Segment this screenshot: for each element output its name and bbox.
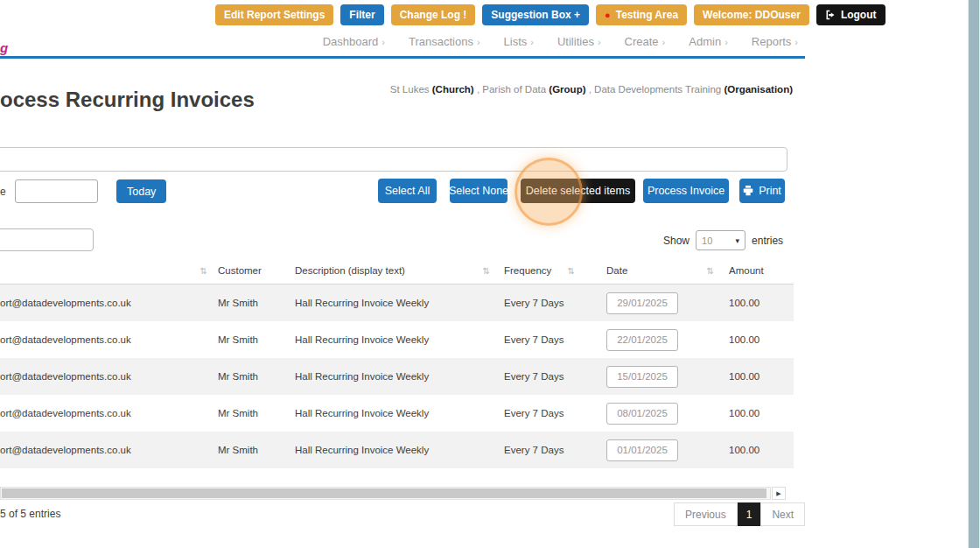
chevron-down-icon: ▾ — [736, 236, 740, 245]
search-input[interactable] — [0, 228, 94, 251]
chevron-right-icon: › — [598, 37, 601, 47]
chevron-right-icon: › — [724, 37, 728, 47]
table-row[interactable]: ort@datadevelopments.co.uk Mr Smith Hall… — [0, 432, 794, 468]
nav-item-create[interactable]: Create › — [625, 35, 666, 48]
page-1-button[interactable]: 1 — [738, 502, 761, 526]
horizontal-scrollbar-thumb[interactable] — [2, 488, 766, 498]
context-group-name: Parish of Data — [482, 84, 546, 95]
pagination: Previous 1 Next — [674, 502, 805, 526]
testing-area-button[interactable]: ● Testing Area — [596, 4, 687, 25]
date-input[interactable] — [606, 366, 678, 388]
date-cell — [606, 292, 729, 314]
table-row[interactable]: ort@datadevelopments.co.uk Mr Smith Hall… — [0, 285, 794, 321]
nav-label: Transactions — [409, 35, 473, 48]
description-cell: Hall Recurring Invoice Weekly — [295, 334, 504, 345]
nav-item-admin[interactable]: Admin › — [689, 35, 728, 48]
today-button[interactable]: Today — [116, 179, 166, 203]
select-none-button[interactable]: Select None — [450, 179, 508, 203]
column-header-email[interactable]: ⇅ — [0, 266, 218, 276]
column-label: Description (display text) — [295, 265, 405, 276]
email-cell: ort@datadevelopments.co.uk — [0, 371, 218, 382]
context-church-name: St Lukes — [390, 84, 430, 95]
description-cell: Hall Recurring Invoice Weekly — [295, 371, 504, 382]
vertical-scrollbar-thumb[interactable] — [969, 0, 979, 548]
amount-cell: 100.00 — [729, 371, 794, 382]
nav-label: Lists — [504, 35, 528, 48]
customer-cell: Mr Smith — [218, 408, 295, 418]
chevron-right-icon: › — [794, 37, 798, 47]
suggestion-box-button[interactable]: Suggestion Box + — [482, 4, 589, 25]
nav-item-lists[interactable]: Lists › — [504, 35, 534, 48]
entries-info: 5 of 5 entries — [0, 508, 60, 520]
amount-cell: 100.00 — [729, 334, 794, 345]
vertical-scrollbar[interactable] — [968, 0, 980, 548]
customer-cell: Mr Smith — [218, 371, 295, 382]
customer-cell: Mr Smith — [218, 334, 295, 345]
date-cell — [606, 403, 729, 425]
nav-item-reports[interactable]: Reports › — [752, 35, 798, 48]
email-cell: ort@datadevelopments.co.uk — [0, 445, 218, 455]
recurring-invoices-table: ⇅ Customer Description (display text) ⇅ … — [0, 257, 794, 468]
delete-selected-items-button[interactable]: Delete selected items — [521, 179, 635, 203]
chevron-right-icon: › — [382, 37, 385, 47]
table-row[interactable]: ort@datadevelopments.co.uk Mr Smith Hall… — [0, 358, 794, 395]
nav-label: Reports — [752, 35, 792, 48]
select-all-button[interactable]: Select All — [378, 179, 437, 203]
sort-icon: ⇅ — [483, 266, 490, 276]
date-input[interactable] — [606, 439, 678, 461]
red-dot-icon: ● — [605, 11, 611, 20]
logout-icon — [825, 10, 836, 20]
change-log-button[interactable]: Change Log ! — [391, 4, 476, 25]
date-cell — [606, 329, 729, 351]
email-cell: ort@datadevelopments.co.uk — [0, 408, 218, 418]
next-page-button[interactable]: Next — [760, 502, 805, 526]
description-cell: Hall Recurring Invoice Weekly — [295, 445, 504, 455]
column-label: Frequency — [504, 265, 551, 276]
filter-input[interactable] — [0, 147, 788, 172]
nav-item-transactions[interactable]: Transactions › — [409, 35, 480, 48]
column-header-amount[interactable]: Amount — [729, 265, 794, 276]
page-size-select[interactable]: 10 ▾ — [696, 230, 746, 250]
column-header-frequency[interactable]: Frequency ⇅ — [504, 265, 606, 276]
filter-button[interactable]: Filter — [340, 4, 383, 25]
column-header-description[interactable]: Description (display text) ⇅ — [295, 265, 504, 276]
context-organisation-type: (Organisation) — [724, 84, 793, 95]
horizontal-scrollbar[interactable] — [0, 487, 771, 500]
customer-cell: Mr Smith — [218, 445, 295, 455]
testing-area-label: Testing Area — [616, 9, 678, 21]
column-header-customer[interactable]: Customer — [218, 265, 295, 276]
context-church-type: (Church) — [432, 84, 474, 95]
print-button[interactable]: Print — [739, 179, 785, 203]
scroll-right-icon: ▶ — [776, 490, 780, 497]
column-label: Date — [606, 265, 627, 276]
scroll-right-button[interactable]: ▶ — [772, 487, 786, 500]
welcome-user-button[interactable]: Welcome: DDOuser — [694, 4, 809, 25]
date-input[interactable] — [606, 403, 678, 425]
chevron-right-icon: › — [530, 37, 534, 47]
nav-item-dashboard[interactable]: Dashboard › — [323, 35, 385, 48]
nav-item-utilities[interactable]: Utilities › — [557, 35, 601, 48]
nav-label: Admin — [689, 35, 721, 48]
table-row[interactable]: ort@datadevelopments.co.uk Mr Smith Hall… — [0, 321, 794, 358]
sort-icon: ⇅ — [568, 266, 575, 276]
chevron-right-icon: › — [662, 37, 666, 47]
column-header-date[interactable]: Date ⇅ — [606, 265, 729, 276]
email-cell: ort@datadevelopments.co.uk — [0, 334, 218, 345]
context-group-type: (Group) — [549, 84, 585, 95]
frequency-cell: Every 7 Days — [504, 334, 606, 345]
date-cell — [606, 439, 729, 461]
table-row[interactable]: ort@datadevelopments.co.uk Mr Smith Hall… — [0, 395, 794, 432]
nav-label: Dashboard — [323, 35, 379, 48]
edit-report-settings-button[interactable]: Edit Report Settings — [215, 4, 333, 25]
context-organisation-name: Data Developments Training — [594, 84, 721, 95]
date-input[interactable] — [606, 292, 678, 314]
nav-label: Create — [625, 35, 659, 48]
table-header-row: ⇅ Customer Description (display text) ⇅ … — [0, 257, 794, 285]
date-label-fragment: e — [0, 186, 6, 198]
logout-button[interactable]: Logout — [816, 4, 886, 25]
date-input[interactable] — [606, 329, 678, 351]
print-label: Print — [759, 185, 781, 197]
process-date-input[interactable] — [15, 179, 98, 203]
process-invoice-button[interactable]: Process Invoice — [643, 179, 729, 203]
previous-page-button[interactable]: Previous — [674, 502, 738, 526]
